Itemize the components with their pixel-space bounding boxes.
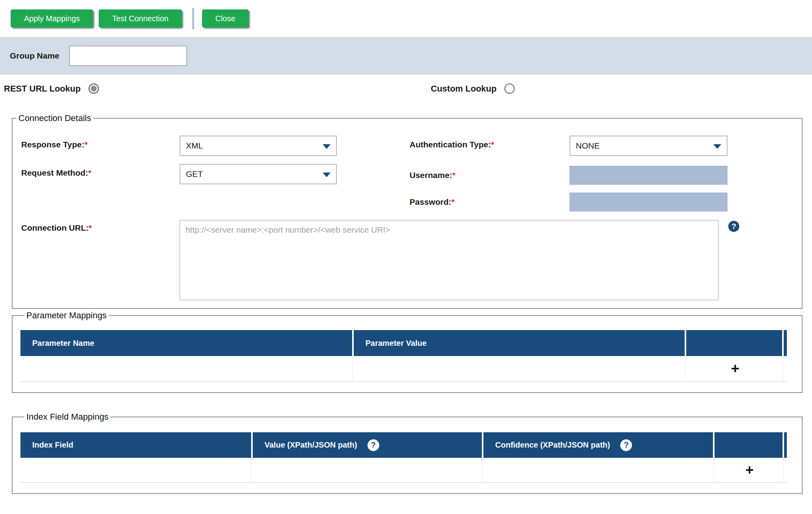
column-header-confidence-path: Confidence (XPath/JSON path) ? [483, 432, 713, 458]
add-index-field-button[interactable]: + [745, 463, 753, 477]
index-field-mappings-table: Index Field Value (XPath/JSON path) ? Co… [20, 432, 787, 483]
apply-mappings-button[interactable]: Apply Mappings [11, 9, 93, 28]
rest-url-lookup-option[interactable]: REST URL Lookup [4, 83, 99, 94]
table-header-row: Parameter Name Parameter Value [20, 330, 787, 356]
request-method-value: GET [186, 169, 203, 179]
password-field [570, 193, 727, 211]
parameter-value-cell [354, 356, 686, 381]
help-icon[interactable]: ? [367, 439, 379, 451]
column-header-actions [715, 432, 783, 458]
custom-lookup-label: Custom Lookup [431, 84, 496, 94]
username-label: Username:* [410, 171, 456, 180]
required-marker: * [85, 140, 88, 149]
connection-details-section: Connection Details Response Type:* XML R… [12, 113, 803, 309]
toolbar-divider [192, 8, 194, 29]
column-header-parameter-value: Parameter Value [354, 330, 685, 356]
help-icon[interactable]: ? [728, 221, 739, 232]
group-name-label: Group Name [10, 51, 59, 61]
connection-url-label: Connection URL:* [21, 223, 92, 233]
connection-url-input[interactable] [180, 220, 718, 300]
required-marker: * [88, 168, 91, 177]
help-icon[interactable]: ? [620, 439, 632, 451]
column-header-parameter-name: Parameter Name [20, 330, 352, 356]
required-marker: * [451, 197, 454, 206]
column-header-actions [686, 330, 782, 356]
response-type-label: Response Type:* [21, 140, 88, 149]
toolbar: Apply Mappings Test Connection Close [0, 0, 812, 37]
authentication-type-label: Authentication Type:* [410, 140, 494, 149]
required-marker: * [491, 140, 494, 149]
connection-details-legend: Connection Details [17, 113, 93, 123]
parameter-mappings-legend: Parameter Mappings [24, 310, 108, 321]
chevron-down-icon [713, 144, 721, 149]
custom-lookup-option[interactable]: Custom Lookup [431, 83, 515, 94]
rest-url-lookup-label: REST URL Lookup [4, 84, 81, 94]
group-name-bar: Group Name [0, 37, 812, 75]
chevron-down-icon [323, 144, 331, 149]
table-header-spacer [784, 330, 787, 356]
index-field-mappings-legend: Index Field Mappings [24, 412, 110, 422]
table-row: + [20, 458, 787, 483]
parameter-name-cell [20, 356, 353, 381]
response-type-value: XML [186, 141, 203, 151]
chevron-down-icon [323, 173, 331, 177]
close-button[interactable]: Close [202, 9, 249, 28]
parameter-mappings-table: Parameter Name Parameter Value + [20, 330, 787, 382]
column-header-value-path: Value (XPath/JSON path) ? [253, 432, 482, 458]
group-name-input[interactable] [69, 46, 187, 66]
index-field-mappings-section: Index Field Mappings Index Field Value (… [12, 412, 803, 494]
response-type-select[interactable]: XML [180, 136, 337, 156]
index-field-cell [20, 458, 251, 482]
add-parameter-button[interactable]: + [731, 362, 739, 376]
authentication-type-select[interactable]: NONE [570, 136, 727, 156]
password-label: Password:* [410, 197, 454, 207]
request-method-select[interactable]: GET [180, 164, 337, 184]
confidence-path-cell [484, 458, 714, 482]
authentication-type-value: NONE [576, 141, 600, 151]
column-header-index-field: Index Field [20, 432, 251, 458]
custom-lookup-radio[interactable] [504, 83, 515, 94]
table-header-row: Index Field Value (XPath/JSON path) ? Co… [20, 432, 787, 458]
test-connection-button[interactable]: Test Connection [99, 9, 182, 28]
table-header-spacer [784, 432, 787, 458]
rest-lookup-dialog: Apply Mappings Test Connection Close Gro… [0, 0, 812, 514]
rest-url-lookup-radio[interactable] [88, 83, 99, 94]
required-marker: * [88, 223, 92, 232]
request-method-label: Request Method:* [21, 168, 92, 178]
required-marker: * [452, 171, 456, 180]
action-cell: + [687, 356, 783, 381]
username-field [570, 166, 727, 185]
lookup-type-row: REST URL Lookup Custom Lookup [0, 75, 812, 113]
action-cell: + [716, 458, 784, 482]
table-row: + [20, 356, 787, 382]
value-path-cell [253, 458, 482, 482]
parameter-mappings-section: Parameter Mappings Parameter Name Parame… [12, 310, 803, 393]
